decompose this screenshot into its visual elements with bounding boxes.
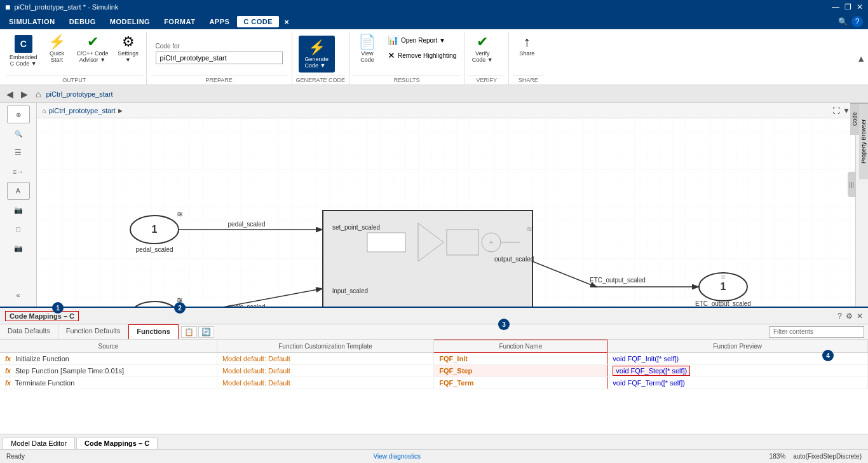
- menu-format[interactable]: FORMAT: [158, 16, 201, 27]
- window-title: piCtrl_prototype_start * - Simulink: [14, 3, 118, 11]
- help-btn[interactable]: ?: [837, 312, 842, 321]
- back-btn[interactable]: ◀: [4, 88, 16, 100]
- fn-preview-3: void FQF_Term([* self]): [607, 377, 868, 389]
- share-btn[interactable]: ↑ Share: [513, 33, 541, 59]
- svg-text:output_scaled: output_scaled: [494, 256, 534, 263]
- svg-text:≋: ≋: [526, 225, 532, 233]
- sidebar-btn-8[interactable]: 📷: [7, 239, 30, 257]
- fn-preview-2-highlighted: void FQF_Step([* self]): [613, 366, 690, 376]
- remove-highlighting-btn[interactable]: ✕ Remove Highlighting: [384, 48, 460, 62]
- ribbon-collapse-icon[interactable]: ▲: [857, 53, 865, 64]
- status-ready: Ready: [6, 453, 25, 460]
- table-row[interactable]: fx Step Function [Sample Time:0.01s] Mod…: [0, 365, 868, 377]
- svg-text:1: 1: [721, 281, 726, 292]
- menu-ccode[interactable]: C CODE: [237, 16, 279, 27]
- embedded-c-code-btn[interactable]: C EmbeddedC Code ▼: [6, 33, 41, 69]
- tab-function-defaults[interactable]: Function Defaults: [58, 324, 129, 339]
- fn-name-2[interactable]: FQF_Step: [434, 365, 607, 377]
- prepare-label: PREPARE: [151, 75, 288, 85]
- template-2[interactable]: Model default: Default: [217, 365, 433, 377]
- code-tab[interactable]: Code: [850, 103, 859, 135]
- verify-code-btn[interactable]: ✔ VerifyCode ▼: [468, 33, 496, 65]
- menu-apps[interactable]: APPS: [203, 16, 236, 27]
- verify-buttons: ✔ VerifyCode ▼: [468, 32, 505, 75]
- sidebar-btn-3[interactable]: ☰: [7, 144, 30, 162]
- verify-label: VERIFY: [468, 75, 505, 85]
- bottom-panel-header: Code Mappings – C ? ⚙ ✕: [0, 308, 868, 324]
- table-row[interactable]: fx Initialize Function Model default: De…: [0, 353, 868, 365]
- menu-close-tab[interactable]: ×: [280, 16, 293, 28]
- template-1[interactable]: Model default: Default: [217, 353, 433, 365]
- sidebar-collapse-btn[interactable]: «: [7, 286, 30, 304]
- minimize-btn[interactable]: —: [832, 3, 839, 11]
- svg-text:+: +: [489, 238, 493, 246]
- sidebar-btn-7[interactable]: □: [7, 220, 30, 238]
- view-diagnostics-link[interactable]: View diagnostics: [374, 453, 421, 460]
- code-for-input[interactable]: [156, 52, 283, 64]
- tab-toolbar-icon1[interactable]: 📋: [181, 326, 197, 338]
- property-browser-tab[interactable]: Property Browser: [859, 103, 868, 179]
- code-advisor-btn[interactable]: ✔ C/C++ CodeAdvisor ▼: [74, 33, 112, 65]
- bottom-panel-title: Code Mappings – C: [5, 311, 79, 321]
- template-3[interactable]: Model default: Default: [217, 377, 433, 389]
- forward-btn[interactable]: ▶: [18, 88, 31, 100]
- menu-simulation[interactable]: SIMULATION: [3, 16, 62, 27]
- generate-code-btn[interactable]: ⚡ GenerateCode ▼: [299, 36, 336, 73]
- data-table: Source Function Customization Template F…: [0, 340, 868, 434]
- tab-toolbar-icon2[interactable]: 🔄: [198, 326, 214, 338]
- output-label: OUTPUT: [6, 75, 142, 85]
- fn-name-1[interactable]: FQF_Init: [434, 353, 607, 365]
- fn-name-3[interactable]: FQF_Term: [434, 377, 607, 389]
- maximize-btn[interactable]: ❐: [844, 3, 851, 11]
- quick-start-btn[interactable]: ⚡ QuickStart: [43, 33, 71, 65]
- view-code-btn[interactable]: 📄 ViewCode: [353, 33, 381, 65]
- tab-functions[interactable]: Functions: [128, 324, 179, 339]
- remove-highlight-icon: ✕: [388, 50, 395, 60]
- verify-code-icon: ✔: [477, 35, 488, 49]
- window-controls[interactable]: — ❐ ✕: [832, 3, 863, 11]
- ribbon-group-output: C EmbeddedC Code ▼ ⚡ QuickStart ✔ C/C++ …: [3, 32, 147, 85]
- sidebar-btn-6[interactable]: 📷: [7, 201, 30, 219]
- code-for-area: Code for: [151, 43, 288, 64]
- canvas-collapse-icon[interactable]: ▼: [843, 106, 850, 115]
- toolbar: ◀ ▶ ⌂ piCtrl_prototype_start: [0, 85, 868, 103]
- settings-icon: ⚙: [122, 35, 135, 49]
- home-btn[interactable]: ⌂: [33, 88, 43, 100]
- sim-mode: auto(FixedStepDiscrete): [793, 453, 862, 460]
- fx-icon-1: fx: [5, 356, 11, 363]
- ribbon: C EmbeddedC Code ▼ ⚡ QuickStart ✔ C/C++ …: [0, 29, 868, 85]
- sidebar-btn-1[interactable]: ⊕: [7, 106, 30, 123]
- bottom-tabs: Data Defaults Function Defaults Function…: [0, 324, 868, 340]
- canvas-expand-icon[interactable]: ⛶: [832, 106, 840, 115]
- table-row[interactable]: fx Terminate Function Model default: Def…: [0, 377, 868, 389]
- status-tab-model-data[interactable]: Model Data Editor: [3, 437, 75, 449]
- sidebar-btn-5[interactable]: A: [7, 182, 30, 200]
- share-buttons: ↑ Share: [513, 32, 543, 75]
- col-header-source: Source: [0, 340, 217, 353]
- main-content: ⊕ 🔍 ☰ ≡→ A 📷 □ 📷 « ⌂ piCtrl_prototype_st…: [0, 103, 868, 307]
- close-btn[interactable]: ✕: [857, 3, 863, 11]
- fx-icon-3: fx: [5, 380, 11, 387]
- panel-close-btn[interactable]: ✕: [857, 312, 863, 321]
- results-buttons: 📄 ViewCode 📊 Open Report ▼ ✕ Remove High…: [353, 32, 460, 75]
- open-report-btn[interactable]: 📊 Open Report ▼: [384, 33, 460, 47]
- settings-btn[interactable]: ⚙ Settings▼: [114, 33, 142, 65]
- panel-settings-icon[interactable]: ⚙: [846, 312, 853, 321]
- help-icon[interactable]: ?: [851, 16, 863, 27]
- bottom-status-tabs: Model Data Editor Code Mappings – C: [0, 434, 868, 449]
- code-advisor-icon: ✔: [87, 35, 98, 49]
- menu-modeling[interactable]: MODELING: [104, 16, 156, 27]
- filter-input[interactable]: [769, 326, 864, 338]
- results-label: RESULTS: [353, 75, 460, 85]
- canvas-resize-handle[interactable]: |||: [848, 172, 855, 197]
- status-tab-code-mappings[interactable]: Code Mappings – C: [76, 437, 158, 449]
- tab-data-defaults[interactable]: Data Defaults: [0, 324, 58, 339]
- sidebar-btn-4[interactable]: ≡→: [7, 163, 30, 181]
- statusbar: Ready View diagnostics 183% auto(FixedSt…: [0, 449, 868, 463]
- menu-debug[interactable]: DEBUG: [63, 16, 102, 27]
- badge-1: 1: [52, 302, 64, 314]
- canvas-breadcrumb: ⌂ piCtrl_prototype_start ▶ ⛶ ▼: [37, 103, 855, 118]
- sidebar-btn-2[interactable]: 🔍: [7, 125, 30, 142]
- verify-code-label: VerifyCode ▼: [472, 50, 493, 63]
- share-label: Share: [519, 50, 534, 57]
